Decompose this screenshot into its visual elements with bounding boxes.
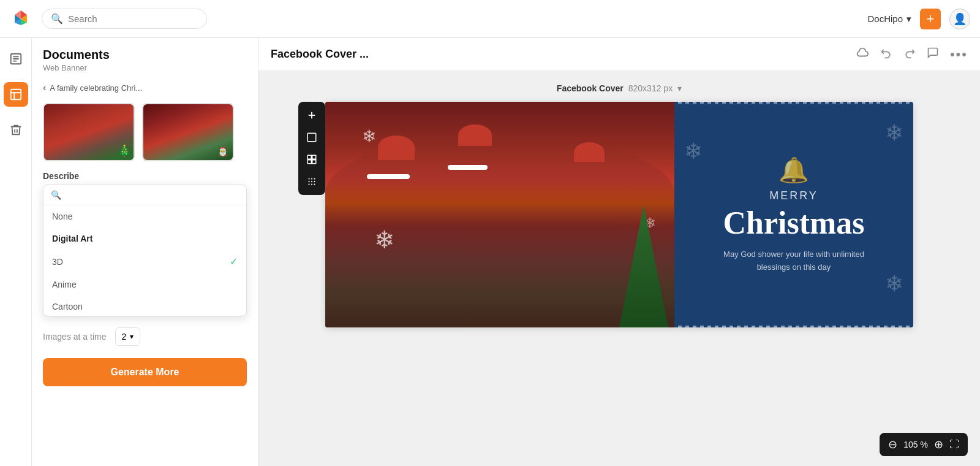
svg-rect-11 [312, 160, 316, 164]
chevron-down-icon: ▾ [130, 332, 134, 341]
style-option-3d-label: 3D [52, 257, 63, 267]
svg-point-15 [308, 181, 309, 182]
style-option-digital-art[interactable]: Digital Art [43, 227, 246, 250]
dropdown-search-icon: 🔍 [51, 190, 61, 200]
svg-rect-7 [307, 133, 316, 142]
icon-sidebar [0, 38, 32, 466]
blessing-text: May God shower your life with unlimitedb… [723, 248, 864, 274]
style-option-none[interactable]: None [43, 205, 246, 227]
zoom-out-button[interactable]: ⊖ [888, 438, 897, 451]
style-option-anime[interactable]: Anime [43, 273, 246, 296]
search-icon: 🔍 [51, 13, 63, 25]
back-arrow-icon: ‹ [43, 82, 46, 93]
style-option-none-label: None [52, 212, 72, 221]
fullscreen-button[interactable]: ⛶ [949, 439, 959, 450]
style-option-digital-art-label: Digital Art [52, 234, 92, 243]
dropdown-search-input[interactable] [66, 190, 239, 200]
zoom-bar: ⊖ 105 % ⊕ ⛶ [880, 433, 968, 456]
svg-point-14 [314, 178, 315, 179]
style-option-cartoon-label: Cartoon [52, 302, 83, 311]
check-icon: ✓ [230, 256, 238, 267]
navbar-right: DocHipo ▾ + 👤 [867, 9, 970, 29]
svg-point-19 [311, 183, 312, 185]
snowflake-2: ❄ [362, 126, 376, 147]
thumbnail-1[interactable]: 🎄 [43, 103, 135, 161]
panel-subtitle: Web Banner [43, 63, 247, 72]
snowflake-blue-1: ❄ [885, 120, 903, 146]
merry-text: MERRY [769, 189, 818, 202]
style-dropdown[interactable]: 🔍 None Digital Art 3D ✓ Anime Carto [43, 185, 247, 316]
blue-side: ❄ ❄ ❄ 🔔 MERRY Christmas May God shower y… [674, 102, 913, 327]
svg-point-18 [308, 183, 309, 185]
navbar: 🔍 DocHipo ▾ + 👤 [0, 0, 980, 38]
panel-title: Documents [43, 48, 247, 62]
redo-icon[interactable] [903, 47, 916, 62]
comment-icon[interactable] [927, 47, 939, 62]
zoom-in-button[interactable]: ⊕ [934, 438, 943, 451]
back-label: A family celebrating Chri... [50, 83, 142, 93]
canvas-tool-frame[interactable] [302, 128, 322, 147]
search-bar[interactable]: 🔍 [42, 9, 207, 29]
svg-point-13 [311, 178, 312, 179]
dropdown-search-row[interactable]: 🔍 [43, 185, 246, 205]
svg-point-16 [311, 181, 312, 182]
canvas-tool-grid[interactable] [302, 150, 322, 169]
blue-dots-bottom [674, 326, 913, 327]
svg-rect-9 [312, 155, 316, 159]
more-options-icon[interactable]: ••• [950, 47, 968, 63]
svg-rect-8 [307, 155, 311, 159]
cloud-save-icon[interactable] [856, 46, 869, 63]
dochipo-menu[interactable]: DocHipo ▾ [867, 13, 911, 25]
svg-point-17 [314, 181, 315, 182]
svg-rect-2 [10, 90, 21, 100]
undo-icon[interactable] [880, 47, 892, 62]
sidebar-item-documents[interactable] [4, 47, 28, 71]
back-row[interactable]: ‹ A family celebrating Chri... [32, 77, 258, 98]
snowflake-blue-3: ❄ [684, 139, 703, 164]
thumbnails-row: 🎄 🎅 [32, 98, 258, 169]
snowflake-1: ❄ [374, 226, 395, 254]
style-option-cartoon[interactable]: Cartoon [43, 296, 246, 316]
svg-point-12 [308, 178, 309, 179]
style-option-anime-label: Anime [52, 280, 77, 289]
canvas-image: ❄ ❄ ❄ ❄ ❄ ❄ [325, 102, 913, 327]
canvas-name: Facebook Cover [557, 83, 624, 93]
logo-icon[interactable] [10, 7, 32, 31]
images-at-a-time-label: Images at a time [43, 332, 107, 342]
panel-header: Documents Web Banner [32, 38, 258, 77]
style-option-3d[interactable]: 3D ✓ [43, 250, 246, 273]
canvas-label-row: Facebook Cover 820x312 px ▾ [557, 83, 682, 93]
images-count-value: 2 [122, 332, 127, 342]
zoom-level: 105 % [903, 440, 928, 449]
snowflake-blue-2: ❄ [885, 271, 903, 297]
describe-label: Describe [32, 169, 258, 183]
canvas-tool-add[interactable] [302, 105, 322, 125]
create-new-button[interactable]: + [920, 9, 941, 29]
content-area: Facebook Cover ... [258, 38, 980, 466]
svg-point-20 [314, 183, 315, 185]
blue-dots-top [674, 102, 913, 104]
canvas-tools [298, 102, 325, 195]
content-title: Facebook Cover ... [271, 48, 369, 61]
brand-name: DocHipo [867, 13, 903, 24]
photo-side: ❄ ❄ ❄ [325, 102, 674, 327]
images-at-a-time-row: Images at a time 2 ▾ [32, 323, 258, 353]
bell-icon: 🔔 [778, 156, 809, 185]
search-input[interactable] [68, 13, 190, 24]
sidebar-item-templates[interactable] [4, 82, 28, 107]
canvas-size: 820x312 px [628, 83, 673, 93]
style-dropdown-list: None Digital Art 3D ✓ Anime Cartoon [43, 205, 246, 316]
canvas-wrapper: ❄ ❄ ❄ ❄ ❄ ❄ [325, 102, 913, 327]
canvas-area: Facebook Cover 820x312 px ▾ [258, 71, 980, 466]
thumbnail-2[interactable]: 🎅 [142, 103, 234, 161]
generate-more-button[interactable]: Generate More [43, 358, 247, 386]
main-layout: Documents Web Banner ‹ A family celebrat… [0, 38, 980, 466]
canvas-chevron-icon[interactable]: ▾ [677, 83, 682, 93]
canvas-tool-dotgrid[interactable] [302, 172, 322, 191]
images-count-select[interactable]: 2 ▾ [115, 327, 141, 346]
content-header: Facebook Cover ... [258, 38, 980, 71]
avatar[interactable]: 👤 [949, 9, 970, 29]
christmas-text: Christmas [723, 205, 864, 241]
sidebar-item-trash[interactable] [4, 118, 28, 142]
svg-rect-10 [307, 160, 311, 164]
